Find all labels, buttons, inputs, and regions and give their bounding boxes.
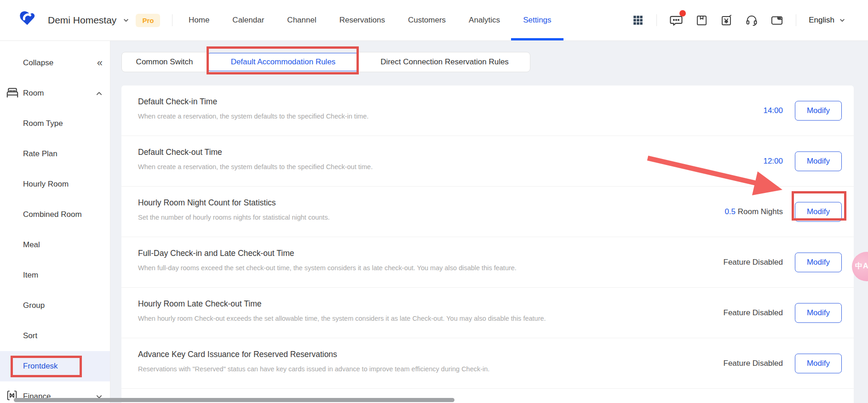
setting-controls: Feature DisabledModify [724,252,842,272]
nav-item-customers[interactable]: Customers [407,0,447,40]
setting-description: When create a reservation, the system de… [138,163,854,171]
sidebar-item-combined-room[interactable]: Combined Room [0,199,110,230]
sidebar-collapse[interactable]: Collapse « [0,48,110,78]
nav-item-channel[interactable]: Channel [286,0,317,40]
sidebar-item-rate-plan[interactable]: Rate Plan [0,139,110,169]
bookmark-save-icon[interactable] [696,14,708,27]
nav-item-home[interactable]: Home [188,0,210,40]
divider [656,14,657,26]
setting-description: When create a reservation, the system de… [138,112,854,120]
modify-button[interactable]: Modify [795,252,842,272]
setting-title: Default Check-in Time [138,96,854,107]
chat-notifications-icon[interactable] [669,13,683,27]
settings-row-advance-key-card-issuance-for-reserved-reservations: Advance Key Card Issuance for Reserved R… [121,338,854,389]
setting-value-highlight: 0.5 [724,207,736,216]
sidebar-item-label: Combined Room [23,210,82,219]
language-label: English [809,16,834,25]
nav-item-calendar[interactable]: Calendar [231,0,265,40]
sidebar: Collapse « RoomRoom TypeRate PlanHourly … [0,40,110,403]
settings-panel: Default Check-in TimeWhen create a reser… [121,85,854,403]
modify-button[interactable]: Modify [795,202,842,221]
tab-default-accommodation-rules[interactable]: Default Accommodation Rules [207,53,359,71]
sidebar-item-label: Rate Plan [23,149,57,159]
chevron-down-icon [123,17,129,23]
setting-controls: Feature DisabledModify [724,303,842,323]
sidebar-item-label: Frontdesk [23,362,58,371]
sidebar-item-sort[interactable]: Sort [0,321,110,351]
setting-title: Default Check-out Time [138,147,854,157]
sidebar-item-frontdesk[interactable]: Frontdesk [0,351,110,381]
apps-grid-icon[interactable] [632,14,644,26]
modify-button[interactable]: Modify [795,101,842,120]
translate-label: 中A [855,261,868,271]
sidebar-item-room[interactable]: Room [0,78,110,108]
setting-value: 12:00 [763,157,783,166]
top-header: Demi Homestay Pro HomeCalendarChannelRes… [0,0,868,41]
settings-tabbar: Common SwitchDefault Accommodation Rules… [121,52,530,72]
chevron-down-icon [839,17,845,23]
billing-yen-icon[interactable] [720,14,733,27]
setting-value-text: Feature Disabled [724,359,783,368]
pro-badge: Pro [136,14,160,27]
main-nav: HomeCalendarChannelReservationsCustomers… [188,0,552,40]
settings-row-hourly-room-night-count-for-statistics: Hourly Room Night Count for StatisticsSe… [121,187,854,237]
settings-row-default-check-in-time: Default Check-in TimeWhen create a reser… [121,85,854,136]
app-logo-icon [17,7,39,28]
setting-controls: 12:00Modify [763,151,842,171]
sidebar-item-item[interactable]: Item [0,260,110,290]
setting-value: Feature Disabled [724,258,783,267]
language-selector[interactable]: English [809,16,845,25]
sidebar-item-label: Group [23,301,45,310]
setting-value-highlight: 14:00 [763,106,783,115]
org-name: Demi Homestay [48,15,116,26]
sidebar-item-label: Hourly Room [23,180,69,189]
divider [796,14,796,26]
setting-value-highlight: 12:00 [763,157,783,165]
modify-button[interactable]: Modify [795,151,842,171]
support-headset-icon[interactable] [745,14,758,27]
sidebar-item-group[interactable]: Group [0,290,110,321]
modify-button[interactable]: Modify [795,303,842,323]
setting-value-text: Feature Disabled [724,258,783,267]
setting-controls: 14:00Modify [763,101,842,120]
unread-badge [679,10,686,17]
collapse-double-chevron-icon: « [97,57,103,69]
nav-item-reservations[interactable]: Reservations [339,0,386,40]
sidebar-item-label: Item [23,271,38,280]
setting-value: Feature Disabled [724,359,783,368]
setting-value-text: Room Nights [736,207,783,216]
collapse-label: Collapse [23,58,53,68]
settings-row-full-day-check-in-and-late-check-out-time: Full-Day Check-in and Late Check-out Tim… [121,237,854,288]
main-content: Common SwitchDefault Accommodation Rules… [110,40,868,403]
setting-value: 14:00 [763,106,783,115]
sidebar-item-meal[interactable]: Meal [0,230,110,260]
nav-item-analytics[interactable]: Analytics [468,0,501,40]
nav-item-settings[interactable]: Settings [522,0,552,40]
setting-controls: Feature DisabledModify [724,353,842,373]
modify-button[interactable]: Modify [795,353,842,373]
sidebar-item-label: Sort [23,331,37,341]
tab-direct-connection-reservation-rules[interactable]: Direct Connection Reservation Rules [359,52,530,72]
chevron-up-icon [96,90,103,97]
setting-value: Feature Disabled [724,308,783,318]
settings-row-hourly-room-late-check-out-time: Hourly Room Late Check-out TimeWhen hour… [121,288,854,338]
sidebar-item-label: Room [23,89,44,98]
settings-row-default-check-out-time: Default Check-out TimeWhen create a rese… [121,136,854,187]
tab-common-switch[interactable]: Common Switch [122,52,207,72]
sidebar-item-hourly-room[interactable]: Hourly Room [0,169,110,199]
header-icons: English [632,0,845,40]
wallet-icon[interactable] [770,14,783,27]
setting-value-text: Feature Disabled [724,308,783,317]
bed-icon [6,85,19,102]
divider [172,14,172,26]
horizontal-scrollbar-thumb[interactable] [14,398,454,402]
org-switcher[interactable]: Demi Homestay Pro [48,0,172,40]
setting-controls: 0.5 Room NightsModify [724,202,842,221]
sidebar-item-label: Room Type [23,119,63,128]
sidebar-item-label: Meal [23,240,40,250]
sidebar-item-room-type[interactable]: Room Type [0,108,110,139]
setting-value: 0.5 Room Nights [724,207,783,216]
